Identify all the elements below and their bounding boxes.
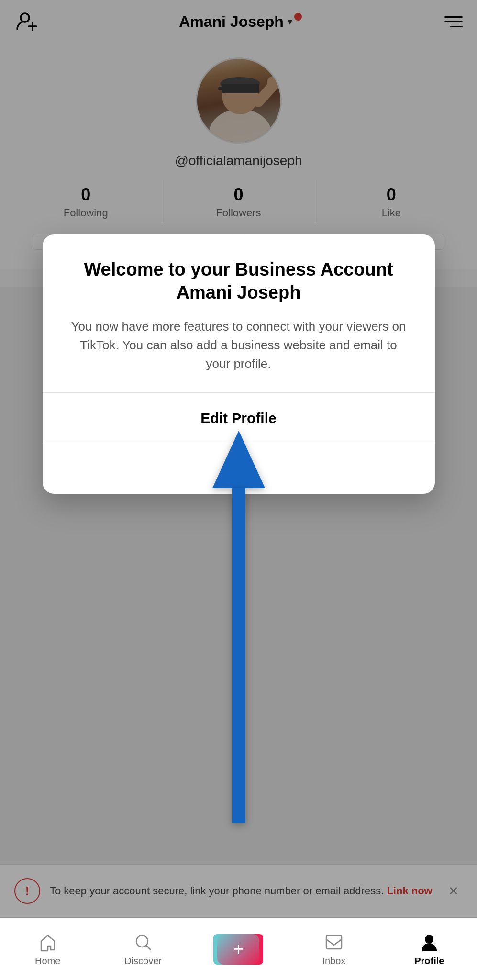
svg-rect-11: [326, 935, 342, 949]
svg-point-12: [425, 935, 433, 944]
create-button[interactable]: +: [217, 934, 259, 965]
nav-profile[interactable]: Profile: [405, 932, 453, 967]
profile-icon: [419, 932, 440, 953]
modal-title: Welcome to your Business Account Amani J…: [71, 258, 406, 304]
nav-inbox[interactable]: Inbox: [310, 932, 358, 967]
nav-discover[interactable]: Discover: [119, 932, 167, 967]
inbox-icon: [323, 932, 344, 953]
profile-label: Profile: [414, 956, 444, 967]
nav-create[interactable]: +: [214, 934, 262, 965]
modal-description: You now have more features to connect wi…: [71, 317, 406, 392]
arrow-annotation: [212, 431, 265, 823]
bottom-navigation: Home Discover + Inbox: [0, 918, 477, 980]
home-label: Home: [35, 956, 60, 967]
discover-label: Discover: [124, 956, 162, 967]
arrow-head: [212, 431, 265, 488]
arrow-shaft: [232, 488, 245, 823]
nav-home[interactable]: Home: [24, 932, 72, 967]
home-icon: [37, 932, 58, 953]
modal-body: Welcome to your Business Account Amani J…: [43, 234, 435, 392]
svg-line-10: [146, 946, 151, 950]
inbox-label: Inbox: [322, 956, 345, 967]
discover-icon: [133, 932, 154, 953]
plus-icon: +: [233, 939, 244, 959]
